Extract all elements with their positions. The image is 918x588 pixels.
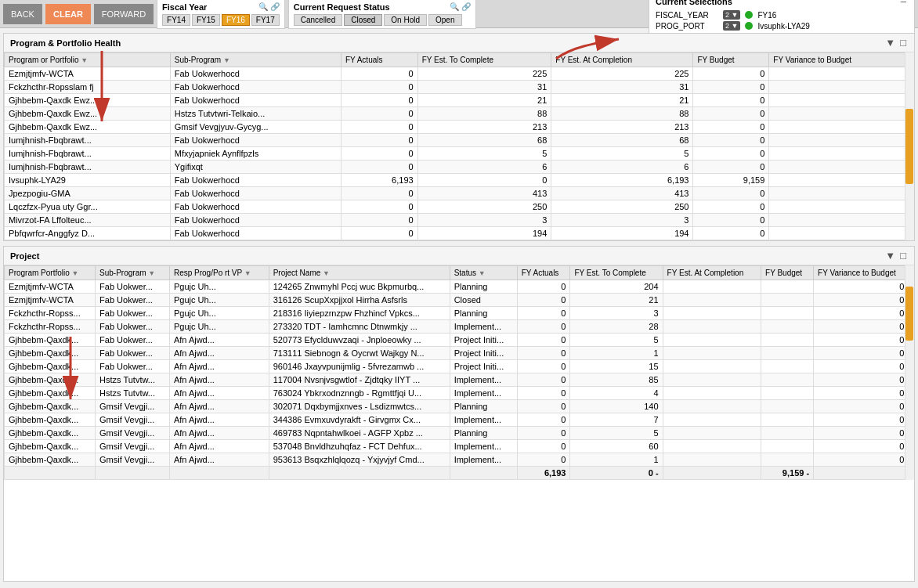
program-portfolio-table: Program or Portfolio ▼ Sub-Program ▼ FY … <box>4 52 914 240</box>
table-cell: 0 - <box>814 347 914 360</box>
table-cell: 0 - <box>814 294 914 307</box>
project-controls: ▼ □ <box>884 250 908 262</box>
table-cell: 0 <box>517 453 570 467</box>
table-row: Pbfqwrfcr-Anggfyz D...Fab Uokwerhocd0194… <box>5 227 914 240</box>
table-cell: Afn Ajwd... <box>169 373 269 387</box>
table-cell <box>663 307 761 320</box>
table-cell <box>663 334 761 347</box>
table-cell: Fab Uokwerhocd <box>170 240 341 241</box>
table-cell <box>761 320 814 334</box>
table-cell: 0 <box>693 147 769 161</box>
table-cell: 15 <box>570 360 663 373</box>
current-selections-minimize[interactable]: – <box>899 0 908 7</box>
cs-prog-port-label: PROG_PORT <box>656 22 718 31</box>
fy17-button[interactable]: FY17 <box>251 14 280 26</box>
table-cell: Gmsif Vevgji... <box>96 427 170 440</box>
status-cancelled-button[interactable]: Cancelled <box>294 14 342 26</box>
main-content: Program & Portfolio Health ▼ □ Program o… <box>0 28 918 586</box>
table-cell: 0 <box>341 107 417 121</box>
table-cell: 344386 Evmxuvdyrakft - Girvgmx Cx... <box>269 413 450 427</box>
table-row: Gjhbebm-Qaxdk...Hstzs Tutvtw...Afn Ajwd.… <box>5 373 914 387</box>
table-cell: Project Initi... <box>450 360 517 373</box>
fy15-button[interactable]: FY15 <box>192 14 220 26</box>
table-cell: 0 - <box>814 360 914 373</box>
fy14-button[interactable]: FY14 <box>162 14 190 26</box>
table-cell: 0 <box>517 334 570 347</box>
status-onhold-button[interactable]: On Hold <box>384 14 427 26</box>
table-cell: Gjhbebm-Qaxdk Ewz... <box>5 107 171 121</box>
table-row: Gjhbebm-Qaxdk...Gmsif Vevgji...Afn Ajwd.… <box>5 413 914 427</box>
table-cell: Iumjhnish-Fbqbrawt... <box>5 134 171 147</box>
proj-col-sub-program[interactable]: Sub-Program ▼ <box>96 266 170 280</box>
table-cell: 68 <box>417 134 551 147</box>
table-cell: 0 <box>517 307 570 320</box>
proj-col-status[interactable]: Status ▼ <box>450 266 517 280</box>
table-cell: Afn Ajwd... <box>169 387 269 400</box>
proj-scrollbar[interactable] <box>905 265 914 480</box>
project-expand[interactable]: ▼ <box>884 250 897 262</box>
table-cell: 31 <box>417 81 551 94</box>
proj-col-program[interactable]: Program Portfolio ▼ <box>5 266 96 280</box>
table-cell: Gmsif Vevgji... <box>96 453 170 467</box>
col-sub-program[interactable]: Sub-Program ▼ <box>170 53 341 67</box>
table-row: Iumjhnish-Fbqbrawt...Ygifixqt0660- <box>5 161 914 174</box>
table-cell: 0 <box>517 387 570 400</box>
program-portfolio-maximize[interactable]: □ <box>898 37 908 49</box>
program-portfolio-controls: ▼ □ <box>884 37 908 49</box>
status-open-button[interactable]: Open <box>428 14 461 26</box>
forward-button[interactable]: FORWARD <box>94 4 154 24</box>
table-cell: Afn Ajwd... <box>169 413 269 427</box>
request-status-icons: 🔍 🔗 <box>450 2 471 11</box>
table-cell: 296 <box>551 240 693 241</box>
request-status-panel: Current Request Status 🔍 🔗 Cancelled Clo… <box>288 0 476 29</box>
table-total-cell <box>269 467 450 480</box>
proj-col-project-name[interactable]: Project Name ▼ <box>269 266 450 280</box>
table-cell: Planning <box>450 400 517 413</box>
table-cell: Lqczfzx-Pyua uty Ggr... <box>5 200 171 214</box>
table-cell: Project Initi... <box>450 347 517 360</box>
table-cell <box>761 427 814 440</box>
pph-scrollbar[interactable] <box>905 52 914 240</box>
table-cell: Fab Uokwerhocd <box>170 81 341 94</box>
proj-col-resp[interactable]: Resp Prog/Po rt VP ▼ <box>169 266 269 280</box>
col-fy-est-at-completion: FY Est. At Completion <box>551 53 693 67</box>
table-row: Fckzhcthr-Ropss...Fab Uokwer...Pgujc Uh.… <box>5 320 914 334</box>
cs-fiscal-year-filter[interactable]: 2 ▼ <box>723 10 740 20</box>
status-closed-button[interactable]: Closed <box>344 14 382 26</box>
table-row: Gjhbebm-Qaxdk...Fab Uokwer...Afn Ajwd...… <box>5 334 914 347</box>
back-button[interactable]: BACK <box>3 4 42 24</box>
cs-prog-port-value: Ivsuphk-LYA29 <box>757 22 809 31</box>
table-cell: 0 - <box>814 307 914 320</box>
project-section: Project ▼ □ Program Portfolio ▼ Sub-Prog… <box>3 246 915 582</box>
table-cell: Closed <box>450 294 517 307</box>
clear-button[interactable]: CLEAR <box>45 4 91 24</box>
program-portfolio-expand[interactable]: ▼ <box>884 37 897 49</box>
table-cell: 0 <box>693 81 769 94</box>
table-cell: - <box>769 187 914 200</box>
project-table-container[interactable]: Program Portfolio ▼ Sub-Program ▼ Resp P… <box>4 265 914 480</box>
col-fy-budget: FY Budget <box>693 53 769 67</box>
cs-prog-port-filter[interactable]: 2 ▼ <box>723 21 740 31</box>
table-cell: Gjhbebm-Qaxdk... <box>5 413 96 427</box>
table-cell <box>663 320 761 334</box>
table-cell: - <box>769 227 914 240</box>
table-row: Ezmjtjmfv-WCTAFab Uokwerhocd02252250- <box>5 67 914 81</box>
table-cell: Implement... <box>450 320 517 334</box>
table-row: Gjhbebm-Qaxdk Ewz...Fab Uokwerhocd021210… <box>5 94 914 107</box>
program-portfolio-table-container[interactable]: Program or Portfolio ▼ Sub-Program ▼ FY … <box>4 52 914 240</box>
col-program-portfolio[interactable]: Program or Portfolio ▼ <box>5 53 171 67</box>
table-cell: Hstzs Tutvtw... <box>96 387 170 400</box>
project-maximize[interactable]: □ <box>898 250 908 262</box>
cs-row-prog-port: PROG_PORT 2 ▼ Ivsuphk-LYA29 <box>656 21 908 31</box>
table-cell: Afn Ajwd... <box>169 400 269 413</box>
project-header: Project ▼ □ <box>4 247 914 265</box>
table-cell: 0 <box>341 227 417 240</box>
table-cell: Fab Uokwerhocd <box>170 200 341 214</box>
table-cell: Afn Ajwd... <box>169 440 269 453</box>
table-cell: Iumjhnish-Fbqbrawt... <box>5 147 171 161</box>
table-cell: 68 <box>551 134 693 147</box>
table-cell: 5 <box>417 147 551 161</box>
fy16-button[interactable]: FY16 <box>222 14 250 26</box>
table-cell: Ygifixqt <box>170 161 341 174</box>
table-cell: 6 <box>417 161 551 174</box>
